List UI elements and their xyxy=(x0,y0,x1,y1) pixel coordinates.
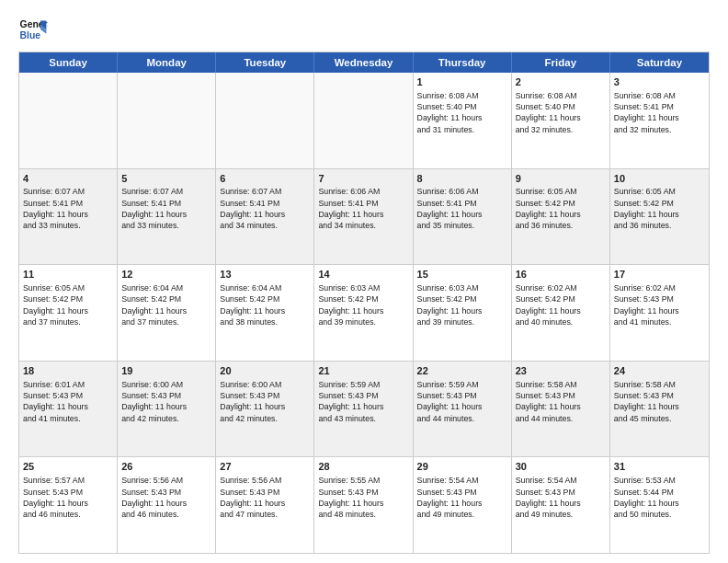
calendar-cell-day: 10Sunrise: 6:05 AM Sunset: 5:42 PM Dayli… xyxy=(610,169,709,265)
calendar-cell-day: 17Sunrise: 6:02 AM Sunset: 5:43 PM Dayli… xyxy=(610,265,709,361)
day-info: Sunrise: 5:55 AM Sunset: 5:43 PM Dayligh… xyxy=(318,475,408,520)
day-info: Sunrise: 6:07 AM Sunset: 5:41 PM Dayligh… xyxy=(220,186,310,231)
calendar-cell-day: 15Sunrise: 6:03 AM Sunset: 5:42 PM Dayli… xyxy=(414,265,512,361)
day-number: 17 xyxy=(614,268,705,282)
calendar-cell-day: 12Sunrise: 6:04 AM Sunset: 5:42 PM Dayli… xyxy=(118,265,216,361)
day-info: Sunrise: 6:00 AM Sunset: 5:43 PM Dayligh… xyxy=(220,379,310,424)
day-number: 11 xyxy=(23,268,113,282)
day-info: Sunrise: 6:01 AM Sunset: 5:43 PM Dayligh… xyxy=(23,379,113,424)
calendar-cell-day: 9Sunrise: 6:05 AM Sunset: 5:42 PM Daylig… xyxy=(512,169,610,265)
day-number: 4 xyxy=(23,172,113,186)
day-info: Sunrise: 5:54 AM Sunset: 5:43 PM Dayligh… xyxy=(516,475,606,520)
day-number: 13 xyxy=(220,268,310,282)
calendar-cell-day: 14Sunrise: 6:03 AM Sunset: 5:42 PM Dayli… xyxy=(314,265,413,361)
day-number: 8 xyxy=(417,172,507,186)
day-info: Sunrise: 5:54 AM Sunset: 5:43 PM Dayligh… xyxy=(417,475,507,520)
calendar-week-row: 18Sunrise: 6:01 AM Sunset: 5:43 PM Dayli… xyxy=(19,362,709,458)
day-info: Sunrise: 6:07 AM Sunset: 5:41 PM Dayligh… xyxy=(121,186,211,231)
day-info: Sunrise: 6:00 AM Sunset: 5:43 PM Dayligh… xyxy=(121,379,211,424)
calendar-week-row: 25Sunrise: 5:57 AM Sunset: 5:43 PM Dayli… xyxy=(19,457,709,553)
day-number: 26 xyxy=(121,460,211,474)
day-info: Sunrise: 6:02 AM Sunset: 5:43 PM Dayligh… xyxy=(614,282,705,327)
calendar-week-row: 11Sunrise: 6:05 AM Sunset: 5:42 PM Dayli… xyxy=(19,265,709,362)
day-info: Sunrise: 6:04 AM Sunset: 5:42 PM Dayligh… xyxy=(121,282,211,327)
day-info: Sunrise: 6:02 AM Sunset: 5:42 PM Dayligh… xyxy=(516,282,606,327)
day-info: Sunrise: 6:05 AM Sunset: 5:42 PM Dayligh… xyxy=(23,282,113,327)
day-number: 3 xyxy=(614,75,705,89)
calendar-cell-day: 1Sunrise: 6:08 AM Sunset: 5:40 PM Daylig… xyxy=(414,73,512,168)
calendar-cell-day: 27Sunrise: 5:56 AM Sunset: 5:43 PM Dayli… xyxy=(216,457,314,553)
calendar-cell-day: 18Sunrise: 6:01 AM Sunset: 5:43 PM Dayli… xyxy=(19,362,118,457)
calendar-week-row: 4Sunrise: 6:07 AM Sunset: 5:41 PM Daylig… xyxy=(19,169,709,266)
day-number: 7 xyxy=(318,172,408,186)
day-number: 25 xyxy=(23,460,113,474)
day-number: 20 xyxy=(220,364,310,378)
calendar-cell-day: 11Sunrise: 6:05 AM Sunset: 5:42 PM Dayli… xyxy=(19,265,118,361)
day-info: Sunrise: 6:05 AM Sunset: 5:42 PM Dayligh… xyxy=(614,186,705,231)
day-info: Sunrise: 5:57 AM Sunset: 5:43 PM Dayligh… xyxy=(23,475,113,520)
day-number: 1 xyxy=(417,75,507,89)
calendar-header: SundayMondayTuesdayWednesdayThursdayFrid… xyxy=(19,52,709,73)
day-number: 28 xyxy=(318,460,408,474)
calendar-header-cell: Thursday xyxy=(414,52,512,73)
calendar-header-cell: Wednesday xyxy=(314,52,413,73)
day-number: 9 xyxy=(516,172,606,186)
page: General Blue SundayMondayTuesdayWednesda… xyxy=(0,0,728,563)
day-number: 30 xyxy=(516,460,606,474)
calendar-week-row: 1Sunrise: 6:08 AM Sunset: 5:40 PM Daylig… xyxy=(19,73,709,169)
day-info: Sunrise: 5:53 AM Sunset: 5:44 PM Dayligh… xyxy=(614,475,705,520)
calendar-cell-day: 24Sunrise: 5:58 AM Sunset: 5:43 PM Dayli… xyxy=(610,362,709,457)
calendar-cell-day: 7Sunrise: 6:06 AM Sunset: 5:41 PM Daylig… xyxy=(314,169,413,265)
day-number: 5 xyxy=(121,172,211,186)
calendar: SundayMondayTuesdayWednesdayThursdayFrid… xyxy=(18,52,710,554)
calendar-cell-day: 22Sunrise: 5:59 AM Sunset: 5:43 PM Dayli… xyxy=(414,362,512,457)
calendar-header-cell: Sunday xyxy=(19,52,118,73)
day-info: Sunrise: 5:59 AM Sunset: 5:43 PM Dayligh… xyxy=(417,379,507,424)
day-number: 15 xyxy=(417,268,507,282)
day-info: Sunrise: 6:05 AM Sunset: 5:42 PM Dayligh… xyxy=(516,186,606,231)
calendar-cell-day: 23Sunrise: 5:58 AM Sunset: 5:43 PM Dayli… xyxy=(512,362,610,457)
calendar-cell-day: 16Sunrise: 6:02 AM Sunset: 5:42 PM Dayli… xyxy=(512,265,610,361)
day-number: 12 xyxy=(121,268,211,282)
calendar-cell-day: 30Sunrise: 5:54 AM Sunset: 5:43 PM Dayli… xyxy=(512,457,610,553)
calendar-cell-day: 21Sunrise: 5:59 AM Sunset: 5:43 PM Dayli… xyxy=(314,362,413,457)
calendar-cell-empty xyxy=(314,73,413,168)
day-number: 16 xyxy=(516,268,606,282)
day-info: Sunrise: 5:58 AM Sunset: 5:43 PM Dayligh… xyxy=(614,379,705,424)
day-number: 18 xyxy=(23,364,113,378)
calendar-cell-day: 25Sunrise: 5:57 AM Sunset: 5:43 PM Dayli… xyxy=(19,457,118,553)
day-info: Sunrise: 6:08 AM Sunset: 5:40 PM Dayligh… xyxy=(516,90,606,135)
calendar-cell-day: 13Sunrise: 6:04 AM Sunset: 5:42 PM Dayli… xyxy=(216,265,314,361)
day-number: 29 xyxy=(417,460,507,474)
calendar-cell-day: 28Sunrise: 5:55 AM Sunset: 5:43 PM Dayli… xyxy=(314,457,413,553)
day-number: 2 xyxy=(516,75,606,89)
calendar-cell-day: 31Sunrise: 5:53 AM Sunset: 5:44 PM Dayli… xyxy=(610,457,709,553)
day-info: Sunrise: 6:03 AM Sunset: 5:42 PM Dayligh… xyxy=(318,282,408,327)
day-number: 31 xyxy=(614,460,705,474)
calendar-cell-empty xyxy=(216,73,314,168)
calendar-header-cell: Saturday xyxy=(610,52,709,73)
svg-text:Blue: Blue xyxy=(20,30,41,40)
calendar-cell-day: 20Sunrise: 6:00 AM Sunset: 5:43 PM Dayli… xyxy=(216,362,314,457)
day-number: 14 xyxy=(318,268,408,282)
day-number: 22 xyxy=(417,364,507,378)
calendar-cell-day: 29Sunrise: 5:54 AM Sunset: 5:43 PM Dayli… xyxy=(414,457,512,553)
header: General Blue xyxy=(18,15,710,44)
day-info: Sunrise: 6:06 AM Sunset: 5:41 PM Dayligh… xyxy=(318,186,408,231)
day-info: Sunrise: 5:56 AM Sunset: 5:43 PM Dayligh… xyxy=(121,475,211,520)
day-info: Sunrise: 6:04 AM Sunset: 5:42 PM Dayligh… xyxy=(220,282,310,327)
calendar-cell-empty xyxy=(19,73,118,168)
day-info: Sunrise: 6:08 AM Sunset: 5:40 PM Dayligh… xyxy=(417,90,507,135)
calendar-cell-day: 6Sunrise: 6:07 AM Sunset: 5:41 PM Daylig… xyxy=(216,169,314,265)
day-info: Sunrise: 5:59 AM Sunset: 5:43 PM Dayligh… xyxy=(318,379,408,424)
calendar-header-cell: Tuesday xyxy=(216,52,314,73)
day-number: 23 xyxy=(516,364,606,378)
calendar-header-cell: Monday xyxy=(118,52,216,73)
day-number: 19 xyxy=(121,364,211,378)
day-number: 24 xyxy=(614,364,705,378)
calendar-header-cell: Friday xyxy=(512,52,610,73)
day-info: Sunrise: 6:07 AM Sunset: 5:41 PM Dayligh… xyxy=(23,186,113,231)
calendar-cell-day: 26Sunrise: 5:56 AM Sunset: 5:43 PM Dayli… xyxy=(118,457,216,553)
calendar-cell-day: 5Sunrise: 6:07 AM Sunset: 5:41 PM Daylig… xyxy=(118,169,216,265)
day-info: Sunrise: 6:08 AM Sunset: 5:41 PM Dayligh… xyxy=(614,90,705,135)
